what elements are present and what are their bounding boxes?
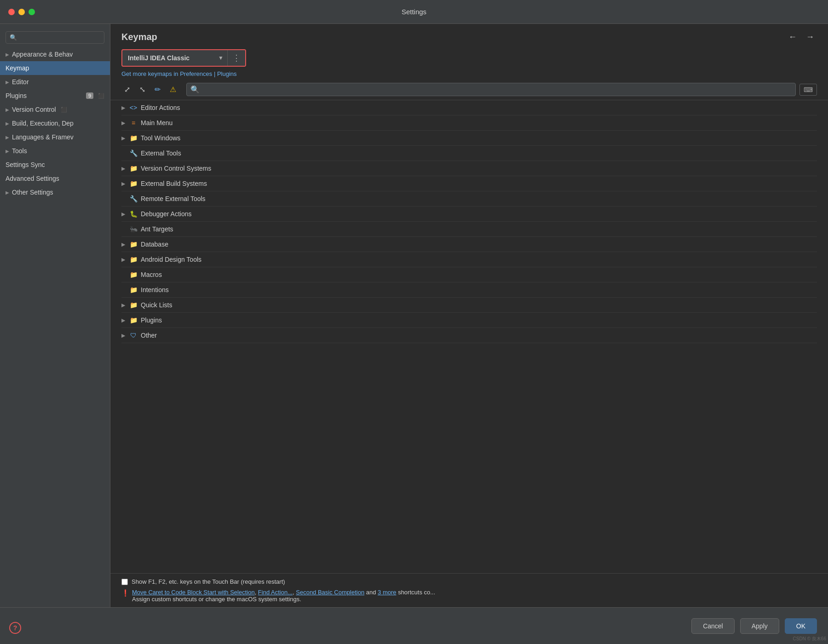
edit-shortcut-button[interactable]: ✏ [152,83,163,96]
tree-item-label: Tool Windows [141,134,817,142]
tree-item-macros[interactable]: ▶ 📁 Macros [121,267,817,282]
chevron-icon: ▶ [121,211,129,217]
tree-item-label: Version Control Systems [141,165,817,172]
tree-item-label: External Build Systems [141,180,817,187]
keyboard-shortcut-button[interactable]: ⌨ [799,84,817,96]
warning-button[interactable]: ⚠ [167,83,179,96]
tree-item-database[interactable]: ▶ 📁 Database [121,237,817,252]
build-icon: 📁 [129,179,138,188]
collapse-all-button[interactable]: ⤡ [137,83,148,96]
conflict-link-1[interactable]: Move Caret to Code Block Start with Sele… [132,589,255,596]
tree-item-label: Android Design Tools [141,256,817,263]
close-button[interactable] [8,9,15,15]
code-icon: <> [129,103,138,112]
wrench-icon: 🔧 [129,149,138,158]
chevron-icon: ▶ [6,52,9,57]
keymap-tree-list: ▶ <> Editor Actions ▶ ≡ Main Menu ▶ 📁 To… [110,100,828,574]
sidebar-item-version-control[interactable]: ▶ Version Control ⬛ [0,103,110,116]
sidebar-search-input[interactable] [6,31,104,44]
sidebar-item-tools[interactable]: ▶ Tools [0,144,110,158]
touch-bar-checkbox[interactable] [121,579,128,585]
tree-item-plugins[interactable]: ▶ 📁 Plugins [121,313,817,328]
sidebar-item-other-settings[interactable]: ▶ Other Settings [0,185,110,199]
tree-item-label: Database [141,241,817,248]
tree-item-vcs[interactable]: ▶ 📁 Version Control Systems [121,161,817,176]
keymap-toolbar: ⤢ ⤡ ✏ ⚠ 🔍 ⌨ [110,79,828,100]
keymap-selector-container: IntelliJ IDEA Classic ▼ ⋮ [121,49,817,67]
content-header: Keymap ← → [110,24,828,43]
sidebar-item-label: Languages & Framev [12,133,74,141]
cancel-button[interactable]: Cancel [691,618,735,634]
help-icon[interactable]: ? [9,622,21,634]
sidebar-item-label: Keymap [6,64,29,72]
tree-item-main-menu[interactable]: ▶ ≡ Main Menu [121,115,817,131]
debug-icon: 🐛 [129,209,138,218]
tree-item-label: External Tools [141,150,817,157]
window-controls [8,9,35,15]
conflict-and: and [366,589,378,596]
nav-arrows: ← → [786,31,817,43]
folder-icon: 📁 [129,285,138,294]
keymap-more-button[interactable]: ⋮ [227,50,245,66]
chevron-icon: ▶ [6,121,9,126]
chevron-icon: ▶ [6,190,9,195]
tree-item-tool-windows[interactable]: ▶ 📁 Tool Windows [121,131,817,146]
sidebar-item-label: Editor [12,78,29,86]
sidebar-item-keymap[interactable]: Keymap [0,61,110,75]
conflict-link-2[interactable]: Find Action... [258,589,293,596]
sidebar-item-plugins[interactable]: Plugins 9 ⬛ [0,89,110,103]
tree-item-android[interactable]: ▶ 📁 Android Design Tools [121,252,817,267]
tree-item-debugger[interactable]: ▶ 🐛 Debugger Actions [121,207,817,222]
tree-item-label: Editor Actions [141,104,817,111]
expand-all-button[interactable]: ⤢ [121,83,133,96]
apply-button[interactable]: Apply [740,618,779,634]
sidebar-item-settings-sync[interactable]: Settings Sync [0,158,110,172]
sidebar-item-advanced-settings[interactable]: Advanced Settings [0,172,110,185]
tree-item-quick-lists[interactable]: ▶ 📁 Quick Lists [121,298,817,313]
search-input[interactable] [201,86,792,93]
keymap-selector-box: IntelliJ IDEA Classic ▼ ⋮ [121,49,246,67]
tree-item-label: Macros [141,271,817,278]
search-icon: 🔍 [190,85,200,94]
tree-item-external-build[interactable]: ▶ 📁 External Build Systems [121,176,817,191]
back-button[interactable]: ← [786,31,799,43]
folder-icon: 📁 [129,133,138,143]
folder-icon: 📁 [129,240,138,249]
plugins-link[interactable]: Plugins [217,70,237,77]
keymap-dropdown[interactable]: IntelliJ IDEA Classic [122,51,214,65]
tree-item-label: Intentions [141,286,817,293]
sidebar-item-label: Version Control [12,106,56,113]
minimize-button[interactable] [18,9,25,15]
tree-item-editor-actions[interactable]: ▶ <> Editor Actions [121,100,817,115]
forward-button[interactable]: → [803,31,817,43]
tree-item-other[interactable]: ▶ 🛡 Other [121,328,817,343]
conflict-link-3[interactable]: Second Basic Completion [296,589,364,596]
chevron-icon: ▶ [121,333,129,339]
keymap-link-prefix: Get more keymaps in [121,70,180,77]
ok-button[interactable]: OK [785,618,817,634]
tree-item-label: Ant Targets [141,225,817,233]
sidebar-item-build[interactable]: ▶ Build, Execution, Dep [0,116,110,130]
sidebar-item-appearance[interactable]: ▶ Appearance & Behav [0,47,110,61]
tree-item-external-tools[interactable]: ▶ 🔧 External Tools [121,146,817,161]
conflict-text: Move Caret to Code Block Start with Sele… [132,589,435,603]
folder-icon: 📁 [129,300,138,310]
preferences-link[interactable]: Preferences [180,70,212,77]
chevron-icon: ▶ [6,80,9,85]
conflict-row: ❗ Move Caret to Code Block Start with Se… [121,589,817,603]
sidebar-item-label: Advanced Settings [6,175,59,182]
conflict-link-4[interactable]: 3 more [378,589,396,596]
tree-item-label: Main Menu [141,119,817,126]
maximize-button[interactable] [29,9,35,15]
tree-item-ant[interactable]: ▶ 🐜 Ant Targets [121,222,817,237]
sidebar-item-label: Settings Sync [6,161,45,168]
touch-bar-checkbox-row: Show F1, F2, etc. keys on the Touch Bar … [121,578,817,585]
sidebar-item-editor[interactable]: ▶ Editor [0,75,110,89]
tree-item-remote-tools[interactable]: ▶ 🔧 Remote External Tools [121,191,817,207]
tree-item-intentions[interactable]: ▶ 📁 Intentions [121,282,817,298]
sidebar-item-languages[interactable]: ▶ Languages & Framev [0,130,110,144]
dropdown-arrow-icon: ▼ [214,55,227,61]
chevron-icon: ▶ [121,302,129,308]
chevron-icon: ▶ [121,120,129,126]
sidebar-item-label: Plugins [6,92,27,99]
